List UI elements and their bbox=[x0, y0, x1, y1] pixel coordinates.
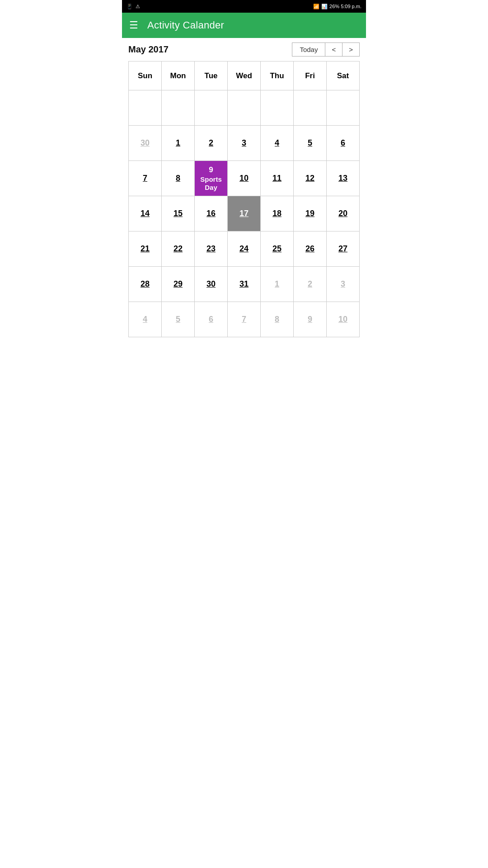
date-number: 10 bbox=[338, 315, 347, 324]
date-number: 8 bbox=[275, 315, 279, 324]
date-number: 2 bbox=[308, 279, 312, 289]
calendar-cell[interactable]: 16 bbox=[195, 196, 228, 231]
date-number: 19 bbox=[305, 209, 314, 218]
date-number: 25 bbox=[272, 244, 282, 254]
prev-month-button[interactable]: < bbox=[325, 42, 343, 57]
date-number: 26 bbox=[305, 244, 314, 254]
calendar-cell[interactable]: 27 bbox=[327, 231, 360, 267]
calendar-cell[interactable]: 5 bbox=[162, 302, 195, 337]
calendar-cell[interactable]: 20 bbox=[327, 196, 360, 231]
date-number: 10 bbox=[239, 174, 249, 183]
calendar-cell[interactable] bbox=[294, 90, 327, 126]
calendar-cell[interactable]: 18 bbox=[261, 196, 294, 231]
date-number: 23 bbox=[206, 244, 216, 254]
calendar-cell[interactable]: 8 bbox=[162, 161, 195, 196]
day-header-sun: Sun bbox=[129, 61, 162, 90]
calendar-cell[interactable]: 31 bbox=[228, 267, 261, 302]
calendar-cell[interactable]: 21 bbox=[129, 231, 162, 267]
menu-icon[interactable]: ☰ bbox=[129, 20, 138, 30]
warning-icon: ⚠ bbox=[136, 4, 140, 9]
date-number: 4 bbox=[275, 138, 279, 148]
calendar-cell[interactable]: 8 bbox=[261, 302, 294, 337]
calendar-cell[interactable]: 3 bbox=[228, 126, 261, 161]
day-header-tue: Tue bbox=[195, 61, 228, 90]
calendar-week-4: 21222324252627 bbox=[129, 231, 360, 267]
date-number: 11 bbox=[272, 174, 282, 183]
calendar-cell[interactable] bbox=[327, 90, 360, 126]
calendar-cell[interactable]: 19 bbox=[294, 196, 327, 231]
date-number: 9 bbox=[209, 165, 213, 175]
calendar-cell[interactable]: 4 bbox=[129, 302, 162, 337]
calendar-cell[interactable]: 13 bbox=[327, 161, 360, 196]
date-number: 24 bbox=[239, 244, 249, 254]
date-number: 22 bbox=[174, 244, 183, 254]
calendar-cell[interactable] bbox=[195, 90, 228, 126]
calendar-cell[interactable]: 24 bbox=[228, 231, 261, 267]
date-number: 1 bbox=[176, 138, 180, 148]
calendar-cell[interactable]: 4 bbox=[261, 126, 294, 161]
calendar-cell[interactable]: 1 bbox=[261, 267, 294, 302]
top-bar: ☰ Activity Calander bbox=[122, 13, 366, 38]
calendar-cell[interactable] bbox=[162, 90, 195, 126]
calendar-cell[interactable] bbox=[129, 90, 162, 126]
calendar-cell[interactable]: 9 bbox=[294, 302, 327, 337]
date-number: 18 bbox=[272, 209, 282, 218]
calendar-cell[interactable]: 11 bbox=[261, 161, 294, 196]
calendar-header: May 2017 Today < > bbox=[128, 42, 360, 57]
today-button[interactable]: Today bbox=[292, 42, 325, 57]
calendar-cell[interactable]: 29 bbox=[162, 267, 195, 302]
next-month-button[interactable]: > bbox=[343, 42, 360, 57]
day-header-mon: Mon bbox=[162, 61, 195, 90]
status-bar: 📱 ⚠ 📶 📊 26% 5:09 p.m. bbox=[122, 0, 366, 13]
calendar-cell[interactable]: 23 bbox=[195, 231, 228, 267]
calendar-cell[interactable]: 6 bbox=[327, 126, 360, 161]
date-number: 13 bbox=[338, 174, 347, 183]
date-number: 12 bbox=[305, 174, 314, 183]
calendar-cell[interactable] bbox=[261, 90, 294, 126]
calendar-cell[interactable]: 2 bbox=[195, 126, 228, 161]
calendar-week-2: 789Sports Day10111213 bbox=[129, 161, 360, 196]
calendar-cell[interactable]: 1 bbox=[162, 126, 195, 161]
calendar-cell[interactable]: 26 bbox=[294, 231, 327, 267]
day-header-sat: Sat bbox=[327, 61, 360, 90]
whatsapp-icon: 📱 bbox=[127, 4, 133, 9]
calendar-cell[interactable]: 12 bbox=[294, 161, 327, 196]
calendar-cell[interactable]: 3 bbox=[327, 267, 360, 302]
day-header-fri: Fri bbox=[294, 61, 327, 90]
status-right: 📶 📊 26% 5:09 p.m. bbox=[313, 4, 361, 9]
calendar-nav: Today < > bbox=[292, 42, 360, 57]
calendar-week-3: 14151617181920 bbox=[129, 196, 360, 231]
calendar-cell[interactable]: 2 bbox=[294, 267, 327, 302]
calendar-cell[interactable] bbox=[228, 90, 261, 126]
calendar-cell[interactable]: 7 bbox=[129, 161, 162, 196]
signal-icon: 📊 bbox=[321, 4, 328, 9]
calendar-month-title: May 2017 bbox=[128, 44, 169, 55]
calendar-cell[interactable]: 15 bbox=[162, 196, 195, 231]
date-number: 4 bbox=[143, 315, 147, 324]
calendar-cell[interactable]: 30 bbox=[129, 126, 162, 161]
calendar-cell[interactable]: 28 bbox=[129, 267, 162, 302]
calendar-cell[interactable]: 17 bbox=[228, 196, 261, 231]
calendar-cell[interactable]: 22 bbox=[162, 231, 195, 267]
calendar-cell[interactable]: 14 bbox=[129, 196, 162, 231]
calendar-cell[interactable]: 30 bbox=[195, 267, 228, 302]
date-number: 17 bbox=[239, 209, 249, 218]
calendar-week-5: 28293031123 bbox=[129, 267, 360, 302]
calendar-cell[interactable]: 10 bbox=[228, 161, 261, 196]
day-header-wed: Wed bbox=[228, 61, 261, 90]
calendar-cell[interactable]: 6 bbox=[195, 302, 228, 337]
date-number: 7 bbox=[242, 315, 246, 324]
date-number: 16 bbox=[206, 209, 216, 218]
date-number: 15 bbox=[174, 209, 183, 218]
calendar-cell[interactable]: 7 bbox=[228, 302, 261, 337]
calendar-week-1: 30123456 bbox=[129, 126, 360, 161]
calendar-weeks: 30123456789Sports Day1011121314151617181… bbox=[129, 90, 360, 337]
calendar-cell[interactable]: 25 bbox=[261, 231, 294, 267]
calendar-week-0 bbox=[129, 90, 360, 126]
calendar-cell[interactable]: 10 bbox=[327, 302, 360, 337]
calendar-cell[interactable]: 9Sports Day bbox=[195, 161, 228, 196]
date-number: 21 bbox=[141, 244, 150, 254]
status-left: 📱 ⚠ bbox=[127, 4, 140, 9]
day-header-thu: Thu bbox=[261, 61, 294, 90]
calendar-cell[interactable]: 5 bbox=[294, 126, 327, 161]
